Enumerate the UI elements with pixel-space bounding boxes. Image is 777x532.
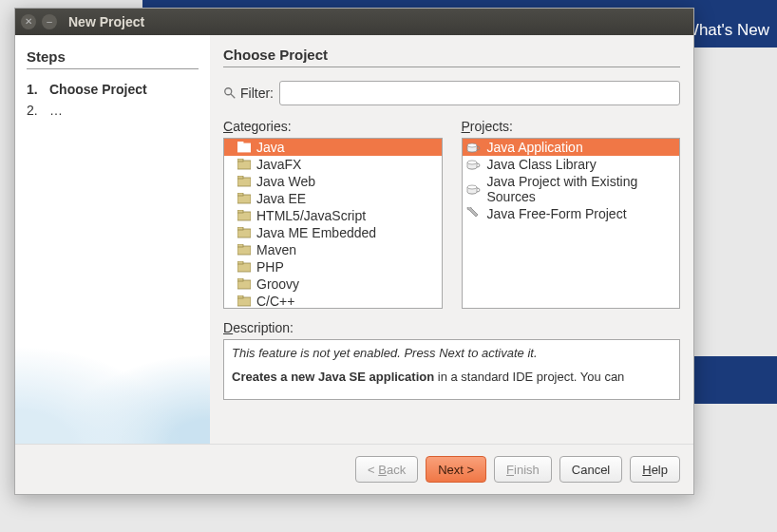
step-item: 1. Choose Project [27, 79, 199, 100]
description-line1: This feature is not yet enabled. Press N… [232, 346, 672, 360]
project-item[interactable]: Java Class Library [463, 156, 680, 173]
steps-heading: Steps [27, 48, 199, 69]
background-strip [693, 356, 777, 404]
back-button: < Back [355, 456, 418, 483]
category-item[interactable]: Java Web [224, 173, 442, 190]
category-item[interactable]: Groovy [224, 276, 442, 293]
main-panel: Choose Project Filter: Categories: JavaJ… [210, 35, 693, 444]
next-button[interactable]: Next > [426, 456, 486, 483]
svg-line-1 [231, 94, 235, 98]
step-label: … [49, 103, 63, 118]
category-item[interactable]: PHP [224, 258, 442, 276]
search-icon [223, 86, 237, 100]
svg-rect-17 [237, 261, 243, 264]
step-label: Choose Project [49, 82, 147, 97]
svg-point-0 [225, 88, 232, 95]
filter-label: Filter: [223, 86, 274, 101]
finish-button: Finish [494, 456, 552, 483]
svg-rect-15 [237, 244, 243, 247]
categories-column: Categories: JavaJavaFXJava WebJava EEHTM… [223, 119, 443, 309]
step-item: 2. … [27, 100, 199, 121]
category-item[interactable]: Java EE [224, 190, 442, 207]
minimize-icon[interactable]: – [42, 14, 57, 29]
description-line2: Creates a new Java SE application in a s… [232, 370, 672, 384]
project-item[interactable]: Java Project with Existing Sources [463, 173, 680, 205]
svg-rect-21 [237, 295, 243, 298]
description-box[interactable]: This feature is not yet enabled. Press N… [223, 339, 680, 400]
step-number: 2. [27, 103, 42, 118]
svg-rect-19 [237, 278, 243, 281]
project-item[interactable]: Java Application [463, 139, 680, 156]
window-title: New Project [68, 14, 144, 29]
category-item[interactable]: JavaFX [224, 156, 442, 173]
svg-rect-5 [237, 159, 243, 162]
svg-rect-11 [237, 210, 243, 213]
page-title: Choose Project [223, 47, 680, 67]
svg-rect-13 [237, 227, 243, 230]
button-row: < Back Next > Finish Cancel Help [15, 444, 693, 494]
category-item[interactable]: Java ME Embedded [224, 224, 442, 241]
filter-input[interactable] [279, 81, 680, 105]
steps-decoration [15, 330, 210, 444]
filter-text: Filter: [240, 86, 274, 101]
categories-label: Categories: [223, 119, 443, 134]
filter-row: Filter: [223, 81, 680, 105]
svg-rect-7 [237, 176, 243, 179]
project-item[interactable]: Java Free-Form Project [463, 205, 680, 222]
projects-listbox[interactable]: Java ApplicationJava Class LibraryJava P… [462, 138, 681, 309]
steps-panel: Steps 1. Choose Project 2. … [15, 35, 210, 444]
cancel-button[interactable]: Cancel [559, 456, 622, 483]
category-item[interactable]: Java [224, 139, 442, 156]
projects-column: Projects: Java ApplicationJava Class Lib… [462, 119, 681, 309]
whats-new-label: What's New [684, 21, 769, 40]
category-item[interactable]: HTML5/JavaScript [224, 207, 442, 224]
new-project-dialog: ✕ – New Project Steps 1. Choose Project … [14, 8, 694, 495]
projects-label: Projects: [462, 119, 681, 134]
description-label: Description: [223, 320, 680, 335]
svg-rect-9 [237, 193, 243, 196]
svg-point-25 [467, 161, 477, 164]
category-item[interactable]: Maven [224, 241, 442, 258]
categories-listbox[interactable]: JavaJavaFXJava WebJava EEHTML5/JavaScrip… [223, 138, 443, 309]
step-number: 1. [27, 82, 42, 97]
help-button[interactable]: Help [630, 456, 680, 483]
titlebar: ✕ – New Project [15, 9, 693, 35]
svg-point-23 [467, 143, 477, 147]
svg-point-27 [467, 185, 477, 189]
svg-rect-3 [237, 142, 243, 144]
category-item[interactable]: C/C++ [224, 293, 442, 309]
close-icon[interactable]: ✕ [21, 14, 36, 29]
steps-list: 1. Choose Project 2. … [27, 79, 199, 121]
